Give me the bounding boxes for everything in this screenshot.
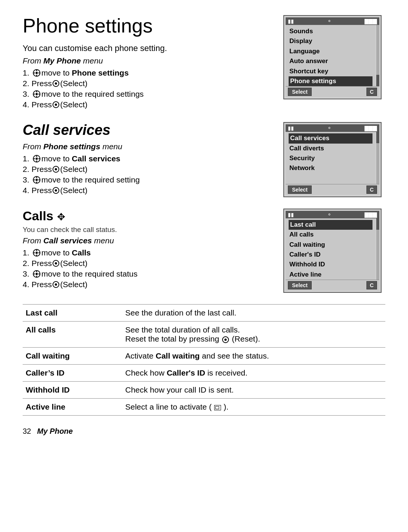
scrollbar: [376, 132, 379, 184]
screen-header-icon3: ▇▇▇: [365, 212, 377, 218]
scroll-thumb: [376, 75, 379, 86]
menu-item-network: Network: [289, 163, 372, 173]
select-icon: [53, 166, 59, 173]
svg-point-19: [36, 179, 38, 181]
table-term: Caller’s ID: [23, 365, 122, 382]
step-item: 3. move to the required settings: [23, 90, 272, 99]
scroll-thumb: [376, 132, 379, 143]
menu-item-last-call: Last call: [289, 220, 372, 230]
screen-body: Last call All calls Call waiting Caller'…: [286, 218, 376, 280]
screen-spacer: [289, 173, 372, 184]
table-row: All calls See the total duration of all …: [23, 322, 385, 348]
step-item: 2. Press (Select): [23, 79, 272, 88]
phone-settings-intro: You can customise each phone setting.: [23, 43, 272, 53]
phone-settings-text: Phone settings You can customise each ph…: [23, 15, 283, 111]
screen-footer: Select C: [286, 184, 379, 195]
step-item: 1. move to Call services: [23, 154, 272, 163]
screen-c-btn: C: [366, 88, 377, 96]
menu-item-sounds: Sounds: [289, 26, 372, 36]
menu-item-phone-settings: Phone settings: [289, 76, 372, 86]
calls-subtitle: You can check the call status.: [23, 226, 272, 234]
call-services-text: Call services From Phone settings menu 1…: [23, 122, 283, 196]
menu-item-auto-answer: Auto answer: [289, 56, 372, 66]
scroll-thumb: [376, 218, 379, 230]
menu-item-withhold-id: Withhold ID: [289, 260, 372, 269]
screen-header: ▮▮ ⚬ ▇▇▇: [286, 17, 379, 25]
menu-item-display: Display: [289, 36, 372, 46]
select-icon: [53, 80, 59, 87]
menu-item-shortcut-key: Shortcut key: [289, 66, 372, 76]
select-icon: [53, 101, 59, 108]
calls-steps: 1. move to Calls 2. Press (Select) 3. mo…: [23, 248, 272, 289]
table-term: All calls: [23, 322, 122, 348]
table-term: Last call: [23, 305, 122, 322]
screen-body-row: Sounds Display Language Auto answer Shor…: [286, 25, 379, 86]
step-item: 4. Press (Select): [23, 186, 272, 195]
screen-select-btn: Select: [288, 281, 312, 289]
table-row: Active line Select a line to activate ( …: [23, 399, 385, 416]
menu-item-call-services: Call services: [289, 133, 372, 143]
menu-item-callers-id: Caller's ID: [289, 250, 372, 260]
screen-c-btn: C: [366, 186, 377, 194]
step-item: 3. move to the required setting: [23, 175, 272, 184]
table-row: Last call See the duration of the last c…: [23, 305, 385, 322]
screen-footer: Select C: [286, 280, 379, 291]
select-icon: [53, 187, 59, 194]
footer-brand: My Phone: [37, 427, 73, 436]
table-row: Call waiting Activate Call waiting and s…: [23, 348, 385, 365]
calls-from-menu: From Call services menu: [23, 236, 272, 245]
nav-icon: [32, 270, 41, 278]
call-services-heading: Call services: [23, 122, 272, 138]
screen-header: ▮▮ ⚬ ▇▇▇: [286, 124, 379, 132]
menu-item-all-calls: All calls: [289, 230, 372, 240]
page-title: Phone settings: [23, 15, 272, 37]
menu-item-security: Security: [289, 153, 372, 163]
screen-footer: Select C: [286, 86, 379, 97]
table-row: Withhold ID Check how your call ID is se…: [23, 382, 385, 399]
screen-header-icon1: ▮▮: [288, 125, 294, 131]
step-item: 1. move to Calls: [23, 248, 272, 257]
step-item: 4. Press (Select): [23, 280, 272, 289]
table-term: Call waiting: [23, 348, 122, 365]
step-item: 1. move to Phone settings: [23, 68, 272, 77]
table-description: Check how your call ID is sent.: [122, 382, 385, 399]
reset-icon: [222, 336, 229, 343]
table-row: Caller’s ID Check how Caller's ID is rec…: [23, 365, 385, 382]
step-item: 3. move to the required status: [23, 269, 272, 278]
table-description: Activate Call waiting and see the status…: [122, 348, 385, 365]
screen-header-icon2: ⚬: [327, 18, 332, 24]
table-term: Active line: [23, 399, 122, 416]
select-icon: [53, 281, 59, 288]
screen-c-btn: C: [366, 281, 377, 289]
table-description: Check how Caller's ID is received.: [122, 365, 385, 382]
line-icon-inner: [215, 406, 219, 409]
screen-select-btn: Select: [288, 88, 312, 96]
svg-point-31: [36, 273, 38, 275]
svg-point-25: [36, 252, 38, 254]
page-footer: 32 My Phone: [23, 427, 385, 436]
phone-settings-screen: ▮▮ ⚬ ▇▇▇ Sounds Display Language Auto an…: [283, 15, 385, 99]
screen-body: Sounds Display Language Auto answer Shor…: [286, 25, 376, 86]
phone-settings-section: Phone settings You can customise each ph…: [23, 15, 385, 111]
screen-header-icon3: ▇▇▇: [365, 125, 377, 131]
calls-section: Calls ✥ You can check the call status. F…: [23, 209, 385, 293]
nav-icon: [32, 90, 41, 98]
screen-header-icon2: ⚬: [327, 212, 332, 218]
call-services-section: Call services From Phone settings menu 1…: [23, 122, 385, 197]
page-number: 32: [23, 427, 31, 436]
table-term: Withhold ID: [23, 382, 122, 399]
nav-icon: [32, 69, 41, 77]
svg-point-13: [36, 158, 38, 160]
screen-header: ▮▮ ⚬ ▇▇▇: [286, 211, 379, 218]
scrollbar: [376, 25, 379, 86]
screen-select-btn: Select: [288, 186, 312, 194]
screen-mockup: ▮▮ ⚬ ▇▇▇ Sounds Display Language Auto an…: [283, 15, 382, 99]
select-icon: [53, 260, 59, 267]
menu-item-call-waiting: Call waiting: [289, 240, 372, 250]
menu-item-call-diverts: Call diverts: [289, 144, 372, 153]
calls-screen: ▮▮ ⚬ ▇▇▇ Last call All calls Call waitin…: [283, 209, 385, 293]
table-description: Select a line to activate ( ).: [122, 399, 385, 416]
screen-header-icon2: ⚬: [327, 125, 332, 131]
screen-body-row: Last call All calls Call waiting Caller'…: [286, 218, 379, 280]
screen-header-icon1: ▮▮: [288, 212, 294, 218]
